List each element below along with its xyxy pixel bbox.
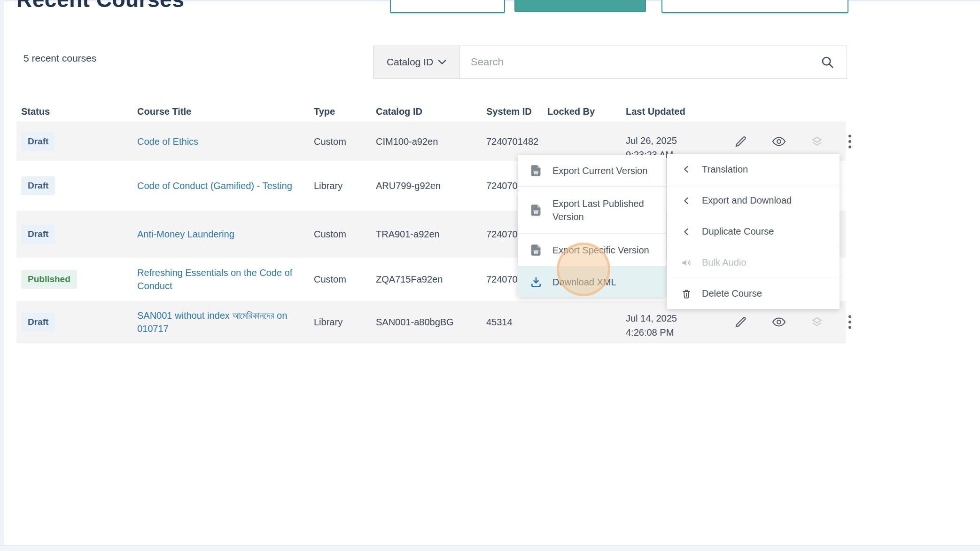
status-badge: Draft bbox=[21, 176, 55, 195]
page-bottom-edge bbox=[0, 545, 980, 551]
menu-item-label: Duplicate Course bbox=[702, 226, 774, 237]
type-cell: Library bbox=[309, 315, 371, 329]
type-cell: Custom bbox=[309, 228, 371, 241]
menu-item-label: Export Last Published Version bbox=[552, 197, 651, 223]
svg-text:W: W bbox=[533, 249, 538, 254]
menu-item-label: Export Current Version bbox=[552, 164, 651, 177]
type-cell: Custom bbox=[309, 273, 371, 286]
toolbar-button-2[interactable] bbox=[514, 0, 646, 12]
more-kebab-icon[interactable] bbox=[848, 315, 852, 329]
toolbar-button-3[interactable] bbox=[661, 0, 848, 13]
menu-item-label: Export and Download bbox=[702, 195, 792, 206]
layers-icon[interactable] bbox=[810, 134, 824, 149]
header-status: Status bbox=[16, 105, 132, 118]
menu-item-label: Export Specific Version bbox=[552, 244, 651, 257]
svg-text:W: W bbox=[533, 170, 538, 175]
system-id-cell: 45314 bbox=[482, 315, 543, 329]
menu-item-label: Translation bbox=[702, 164, 748, 175]
preview-eye-icon[interactable] bbox=[772, 134, 786, 149]
menu-item-label: Download XML bbox=[552, 276, 651, 289]
word-doc-icon: W bbox=[530, 244, 542, 256]
catalog-id-cell: TRA901-a92en bbox=[371, 228, 482, 241]
word-doc-icon: W bbox=[530, 204, 542, 216]
course-title-link[interactable]: Anti-Money Laundering bbox=[137, 229, 234, 239]
toolbar-button-1[interactable] bbox=[390, 0, 505, 13]
status-badge: Draft bbox=[21, 132, 55, 151]
preview-eye-icon[interactable] bbox=[772, 315, 786, 329]
course-actions-menu: Translation Export and Download Duplicat… bbox=[667, 154, 840, 309]
chevron-down-icon bbox=[438, 59, 446, 65]
menu-item-label: Bulk Audio bbox=[702, 257, 747, 268]
menu-item-label: Delete Course bbox=[702, 288, 762, 299]
course-title-link[interactable]: SAN001 without index আমেরিকানদের on 0107… bbox=[137, 310, 287, 334]
menu-item-export-specific-version[interactable]: W Export Specific Version bbox=[518, 233, 666, 266]
more-kebab-icon[interactable] bbox=[848, 134, 852, 149]
row-actions bbox=[707, 134, 846, 149]
chevron-left-icon bbox=[680, 164, 692, 174]
menu-item-duplicate-course[interactable]: Duplicate Course bbox=[667, 216, 840, 247]
course-title-link[interactable]: Refreshing Essentials on the Code of Con… bbox=[137, 268, 292, 291]
type-cell: Library bbox=[309, 179, 371, 192]
header-locked-by: Locked By bbox=[543, 105, 621, 118]
word-doc-icon: W bbox=[530, 165, 542, 177]
search-icon bbox=[820, 55, 834, 69]
header-course-title: Course Title bbox=[132, 105, 309, 118]
layers-icon[interactable] bbox=[810, 315, 824, 329]
search-filter-dropdown[interactable]: Catalog ID bbox=[374, 46, 459, 78]
table-header-row: Status Course Title Type Catalog ID Syst… bbox=[16, 101, 846, 121]
row-actions bbox=[707, 315, 846, 329]
menu-item-translation[interactable]: Translation bbox=[667, 154, 840, 185]
speaker-icon bbox=[680, 257, 692, 268]
header-type: Type bbox=[309, 105, 371, 118]
status-badge: Draft bbox=[21, 313, 55, 331]
course-title-link[interactable]: Code of Conduct (Gamified) - Testing bbox=[137, 181, 292, 191]
menu-item-delete-course[interactable]: Delete Course bbox=[667, 278, 840, 309]
catalog-id-cell: CIM100-a92en bbox=[371, 135, 482, 148]
header-last-updated: Last Updated bbox=[621, 105, 707, 118]
menu-item-download-xml[interactable]: Download XML bbox=[518, 266, 666, 297]
header-system-id: System ID bbox=[482, 105, 543, 118]
search-bar: Catalog ID bbox=[373, 46, 847, 79]
header-catalog-id: Catalog ID bbox=[371, 105, 482, 118]
catalog-id-cell: SAN001-a80bgBG bbox=[371, 315, 482, 329]
download-icon bbox=[530, 276, 542, 288]
svg-text:W: W bbox=[533, 209, 538, 214]
system-id-cell: 7240701482 bbox=[482, 135, 543, 148]
menu-item-export-and-download[interactable]: Export and Download bbox=[667, 185, 840, 216]
menu-item-export-last-published-version[interactable]: W Export Last Published Version bbox=[518, 186, 666, 233]
trash-icon bbox=[680, 288, 692, 299]
catalog-id-cell: ZQA715Fa92en bbox=[371, 273, 482, 286]
chevron-left-icon bbox=[680, 196, 692, 206]
status-badge: Draft bbox=[21, 225, 55, 244]
type-cell: Custom bbox=[309, 135, 371, 148]
course-title-link[interactable]: Code of Ethics bbox=[137, 136, 198, 147]
course-count-label: 5 recent courses bbox=[23, 53, 96, 64]
search-filter-label: Catalog ID bbox=[387, 56, 433, 68]
search-input[interactable] bbox=[459, 46, 808, 78]
chevron-left-icon bbox=[680, 227, 692, 237]
page-left-edge bbox=[0, 0, 4, 551]
menu-item-export-current-version[interactable]: W Export Current Version bbox=[518, 155, 666, 186]
page-title: Recent Courses bbox=[16, 0, 184, 12]
edit-pencil-icon[interactable] bbox=[734, 315, 747, 329]
search-button[interactable] bbox=[808, 46, 847, 78]
status-badge: Published bbox=[21, 270, 77, 289]
menu-item-bulk-audio: Bulk Audio bbox=[667, 247, 840, 278]
export-download-submenu: W Export Current Version W Export Last P… bbox=[518, 155, 666, 297]
catalog-id-cell: ARU799-g92en bbox=[371, 179, 482, 192]
edit-pencil-icon[interactable] bbox=[734, 134, 747, 149]
